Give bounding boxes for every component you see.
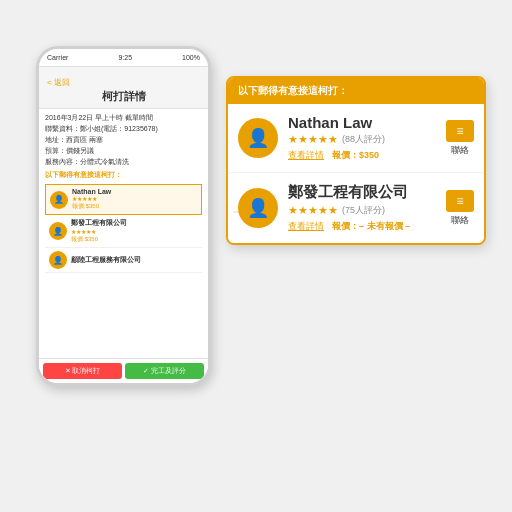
- screen-header: < 返回 柯打詳情: [39, 67, 208, 109]
- svg-marker-1: [244, 211, 245, 213]
- contractor-item-3[interactable]: 👤 顧陸工程服務有限公司: [45, 248, 202, 273]
- done-button[interactable]: ✓ 完工及評分: [125, 363, 204, 379]
- callout-box: 以下郵得有意接這柯打： 👤 Nathan Law ★★★★★ (88人評分) 查…: [226, 76, 486, 245]
- contractor-stars-2: ★★★★★: [71, 228, 198, 235]
- contractor-item-2[interactable]: 👤 鄭發工程有限公司 ★★★★★ 報價:$350: [45, 215, 202, 248]
- callout-name-1: Nathan Law: [288, 114, 438, 131]
- phone: Carrier 9:25 100% < 返回 柯打詳情 2016年3月22日 早…: [36, 46, 211, 386]
- section-label: 以下郵得有意接這柯打：: [45, 170, 202, 180]
- contractor-item-1[interactable]: 👤 Nathan Law ★★★★★ 報價:$350: [45, 184, 202, 215]
- callout-reviews-2: (75人評分): [342, 204, 385, 217]
- contact-icon-1: ≡: [446, 120, 474, 142]
- callout-price-1: 報價：$350: [332, 149, 379, 162]
- callout-links-2: 查看詳情 報價：– 未有報價 –: [288, 220, 438, 233]
- callout-view-detail-2[interactable]: 查看詳情: [288, 220, 324, 233]
- contact-button-2[interactable]: ≡ 聯絡: [446, 190, 474, 227]
- contractor-name-3: 顧陸工程服務有限公司: [71, 255, 198, 265]
- scene: Carrier 9:25 100% < 返回 柯打詳情 2016年3月22日 早…: [16, 16, 496, 496]
- callout-name-2: 鄭發工程有限公司: [288, 183, 438, 202]
- bottom-buttons: ✕ 取消柯打 ✓ 完工及評分: [39, 358, 208, 383]
- cancel-button[interactable]: ✕ 取消柯打: [43, 363, 122, 379]
- phone-screen: < 返回 柯打詳情 2016年3月22日 早上十時 截單時間 聯繫資料：鄭小姐(…: [39, 67, 208, 383]
- avatar-1: 👤: [50, 191, 68, 209]
- callout-item-2[interactable]: 👤 鄭發工程有限公司 ★★★★★ (75人評分) 查看詳情 報價：– 未有報價 …: [228, 173, 484, 243]
- callout-stars-row-1: ★★★★★ (88人評分): [288, 133, 438, 146]
- callout-item-1[interactable]: 👤 Nathan Law ★★★★★ (88人評分) 查看詳情 報價：$350 …: [228, 104, 484, 173]
- contact-label-1: 聯絡: [451, 144, 469, 157]
- callout-info-1: Nathan Law ★★★★★ (88人評分) 查看詳情 報價：$350: [288, 114, 438, 162]
- contractor-name-1: Nathan Law: [72, 188, 197, 195]
- contractor-info-2: 鄭發工程有限公司 ★★★★★ 報價:$350: [71, 218, 198, 244]
- contractor-stars-1: ★★★★★: [72, 195, 197, 202]
- callout-view-detail-1[interactable]: 查看詳情: [288, 149, 324, 162]
- contact-line: 聯繫資料：鄭小姐(電話：91235678): [45, 124, 202, 133]
- phone-status-bar: Carrier 9:25 100%: [39, 49, 208, 67]
- contractor-info-1: Nathan Law ★★★★★ 報價:$350: [72, 188, 197, 211]
- contact-button-1[interactable]: ≡ 聯絡: [446, 120, 474, 157]
- date-line: 2016年3月22日 早上十時 截單時間: [45, 113, 202, 122]
- contractor-price-2: 報價:$350: [71, 235, 198, 244]
- address-line: 地址：西貢區 兩塞: [45, 135, 202, 144]
- contact-label-2: 聯絡: [451, 214, 469, 227]
- callout-stars-1: ★★★★★: [288, 133, 338, 146]
- back-button[interactable]: < 返回: [47, 77, 70, 88]
- avatar-2: 👤: [49, 222, 67, 240]
- time-label: 9:25: [118, 54, 132, 61]
- service-line: 服務內容：分體式冷氣清洗: [45, 157, 202, 166]
- callout-stars-2: ★★★★★: [288, 204, 338, 217]
- contact-icon-2: ≡: [446, 190, 474, 212]
- carrier-label: Carrier: [47, 54, 68, 61]
- callout-stars-row-2: ★★★★★ (75人評分): [288, 204, 438, 217]
- contractor-info-3: 顧陸工程服務有限公司: [71, 255, 198, 265]
- contractor-price-1: 報價:$350: [72, 202, 197, 211]
- contractor-name-2: 鄭發工程有限公司: [71, 218, 198, 228]
- callout-info-2: 鄭發工程有限公司 ★★★★★ (75人評分) 查看詳情 報價：– 未有報價 –: [288, 183, 438, 233]
- callout-reviews-1: (88人評分): [342, 133, 385, 146]
- callout-header-text: 以下郵得有意接這柯打：: [238, 85, 348, 96]
- callout-header: 以下郵得有意接這柯打：: [228, 78, 484, 104]
- screen-content: 2016年3月22日 早上十時 截單時間 聯繫資料：鄭小姐(電話：9123567…: [39, 109, 208, 358]
- callout-price-2: 報價：– 未有報價 –: [332, 220, 410, 233]
- callout-avatar-2: 👤: [238, 188, 278, 228]
- arrow-connector: [209, 211, 269, 213]
- callout-avatar-1: 👤: [238, 118, 278, 158]
- callout-links-1: 查看詳情 報價：$350: [288, 149, 438, 162]
- contractor-list: 👤 Nathan Law ★★★★★ 報價:$350 👤 鄭發工程有限公司 ★★…: [45, 184, 202, 273]
- appointment-line: 預算：價錢另議: [45, 146, 202, 155]
- avatar-3: 👤: [49, 251, 67, 269]
- battery-label: 100%: [182, 54, 200, 61]
- screen-title: 柯打詳情: [47, 89, 200, 104]
